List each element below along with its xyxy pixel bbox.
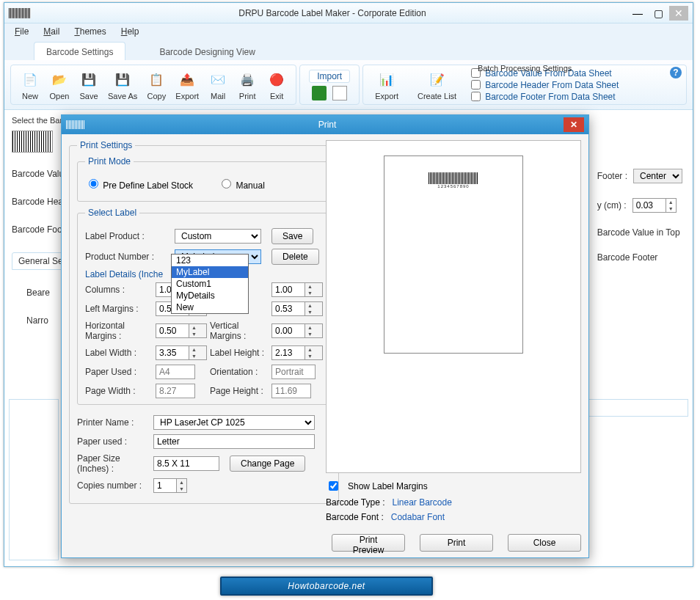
watermark: Howtobarcode.net bbox=[220, 577, 433, 596]
tab-barcode-settings[interactable]: Barcode Settings bbox=[34, 42, 125, 60]
dropdown-option[interactable]: New bbox=[172, 301, 248, 313]
lbl-bv-top: Barcode Value in Top bbox=[597, 227, 680, 238]
exit-icon: 🔴 bbox=[266, 70, 287, 90]
lbl-paper-used: Paper Used : bbox=[85, 367, 153, 377]
import-text-icon[interactable] bbox=[332, 86, 347, 100]
dropdown-option-selected[interactable]: MyLabel bbox=[172, 266, 248, 278]
import-label[interactable]: Import bbox=[309, 70, 350, 83]
print-dialog: Print ✕ Print Settings Print Mode Pre De… bbox=[61, 114, 589, 558]
saveas-icon: 💾 bbox=[112, 70, 133, 90]
help-icon[interactable]: ? bbox=[670, 67, 682, 78]
menu-help[interactable]: Help bbox=[121, 26, 139, 37]
open-button[interactable]: 📂Open bbox=[45, 68, 74, 102]
change-page-button[interactable]: Change Page bbox=[230, 456, 305, 472]
tab-barcode-designing[interactable]: Barcode Designing View bbox=[147, 43, 267, 60]
menu-themes[interactable]: Themes bbox=[74, 26, 106, 37]
new-button[interactable]: 📄New bbox=[15, 68, 45, 102]
lbl-bfooter: Barcode Footer bbox=[597, 252, 658, 263]
ycm-spinner[interactable]: ▲▼ bbox=[632, 198, 677, 213]
chk-show-margins[interactable]: Show Label Margins bbox=[326, 479, 581, 493]
save-button[interactable]: 💾Save bbox=[74, 68, 103, 102]
link-barcode-font[interactable]: Codabar Font bbox=[391, 512, 445, 522]
lbl-copies: Copies number : bbox=[77, 480, 143, 491]
print-confirm-button[interactable]: Print bbox=[420, 534, 493, 552]
ribbon: 📄New 📂Open 💾Save 💾Save As 📋Copy 📤Export … bbox=[4, 60, 693, 110]
export-icon: 📤 bbox=[177, 70, 197, 90]
rows-spinner[interactable]: ▲▼ bbox=[271, 282, 323, 297]
window-title: DRPU Barcode Label Maker - Corporate Edi… bbox=[37, 8, 628, 18]
menu-mail[interactable]: Mail bbox=[43, 26, 59, 37]
dropdown-option[interactable]: 123 bbox=[172, 255, 248, 266]
save-icon: 💾 bbox=[79, 70, 99, 90]
print-preview-area: 1234567890 bbox=[326, 140, 581, 473]
export2-icon: 📊 bbox=[376, 70, 397, 90]
footer-select[interactable]: Center bbox=[633, 169, 682, 183]
radio-manual[interactable]: Manual bbox=[218, 177, 265, 191]
label-product-select[interactable]: Custom bbox=[175, 229, 261, 244]
lbl-left-margins: Left Margins : bbox=[85, 304, 153, 314]
dialog-close-button[interactable]: ✕ bbox=[564, 117, 584, 132]
ribbon-tabs: Barcode Settings Barcode Designing View bbox=[4, 40, 693, 60]
exit-button[interactable]: 🔴Exit bbox=[262, 68, 291, 102]
page-width-field bbox=[156, 384, 195, 398]
paper-used-field2[interactable] bbox=[153, 434, 315, 449]
lbl-paper-size: Paper Size (Inches) : bbox=[77, 453, 143, 474]
titlebar: DRPU Barcode Label Maker - Corporate Edi… bbox=[4, 3, 693, 23]
save-label-button[interactable]: Save bbox=[271, 228, 313, 244]
chk-barcode-header[interactable]: Barcode Header From Data Sheet bbox=[471, 80, 619, 90]
import-excel-icon[interactable] bbox=[312, 86, 327, 100]
link-barcode-type[interactable]: Linear Barcode bbox=[393, 497, 452, 508]
dropdown-option[interactable]: Custom1 bbox=[172, 278, 248, 290]
ribbon-group-import: Import bbox=[299, 65, 360, 105]
lbl-vmargins: Vertical Margins : bbox=[210, 321, 269, 341]
copy-icon: 📋 bbox=[146, 70, 167, 90]
label-width-spinner[interactable]: ▲▼ bbox=[156, 345, 207, 360]
export2-button[interactable]: 📊Export bbox=[371, 68, 403, 102]
close-window-button[interactable]: ✕ bbox=[669, 6, 688, 21]
saveas-button[interactable]: 💾Save As bbox=[103, 68, 142, 102]
lbl-barcode-type: Barcode Type : bbox=[326, 497, 385, 508]
menu-file[interactable]: File bbox=[15, 26, 29, 37]
lbl-footer: Footer : bbox=[597, 171, 627, 181]
hmargin-spinner[interactable]: ▲▼ bbox=[156, 323, 207, 338]
mail-button[interactable]: ✉️Mail bbox=[203, 68, 233, 102]
page-height-field bbox=[271, 384, 311, 398]
batch-group: Batch Processing Settings 📊Export 📝Creat… bbox=[362, 65, 687, 105]
print-preview-button[interactable]: Print Preview bbox=[332, 534, 405, 552]
chk-barcode-footer[interactable]: Barcode Footer From Data Sheet bbox=[471, 92, 619, 102]
lbl-ycm: y (cm) : bbox=[597, 200, 627, 211]
lbl-page-width: Page Width : bbox=[85, 386, 153, 396]
dialog-barcode-icon bbox=[66, 120, 85, 129]
close-dialog-button[interactable]: Close bbox=[508, 534, 581, 552]
minimize-button[interactable]: — bbox=[628, 6, 647, 21]
lbl-label-width: Label Width : bbox=[85, 348, 153, 358]
mail-icon: ✉️ bbox=[208, 70, 228, 90]
delete-label-button[interactable]: Delete bbox=[271, 249, 319, 265]
export-button[interactable]: 📤Export bbox=[171, 68, 203, 102]
print-settings-legend: Print Settings bbox=[77, 140, 135, 150]
copies-spinner[interactable]: ▲▼ bbox=[153, 478, 187, 493]
dialog-titlebar: Print ✕ bbox=[62, 115, 588, 134]
new-icon: 📄 bbox=[20, 70, 40, 90]
copy-button[interactable]: 📋Copy bbox=[142, 68, 171, 102]
print-mode-group: Print Mode Pre Define Label Stock Manual bbox=[77, 156, 331, 202]
print-button[interactable]: 🖨️Print bbox=[233, 68, 262, 102]
top-margin-spinner[interactable]: ▲▼ bbox=[271, 301, 323, 316]
print-icon: 🖨️ bbox=[237, 70, 258, 90]
print-mode-legend: Print Mode bbox=[85, 156, 134, 167]
label-height-spinner[interactable]: ▲▼ bbox=[271, 345, 323, 360]
barcode-thumb-1[interactable] bbox=[12, 131, 53, 153]
product-number-dropdown[interactable]: 123 MyLabel Custom1 MyDetails New bbox=[171, 254, 249, 314]
radio-predefine[interactable]: Pre Define Label Stock bbox=[85, 177, 193, 191]
ribbon-group-file: 📄New 📂Open 💾Save 💾Save As 📋Copy 📤Export … bbox=[10, 65, 296, 105]
menubar: File Mail Themes Help bbox=[4, 23, 693, 40]
lbl-page-height: Page Height : bbox=[210, 386, 269, 396]
lbl-label-height: Label Height : bbox=[210, 348, 269, 358]
lbl-orientation: Orientation : bbox=[210, 367, 269, 377]
createlist-button[interactable]: 📝Create List bbox=[413, 68, 461, 102]
dropdown-option[interactable]: MyDetails bbox=[172, 290, 248, 301]
maximize-button[interactable]: ▢ bbox=[649, 6, 668, 21]
paper-size-field[interactable] bbox=[153, 456, 219, 471]
printer-select[interactable]: HP LaserJet CP 1025 bbox=[153, 415, 315, 430]
vmargin-spinner[interactable]: ▲▼ bbox=[271, 323, 323, 338]
